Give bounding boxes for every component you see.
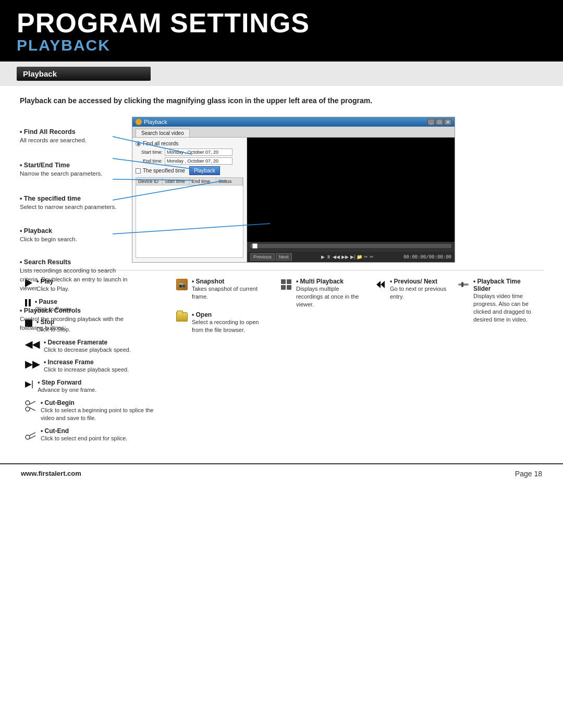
pw-start-row: Start time: Monday , October 07, 20 bbox=[136, 149, 243, 156]
pw-video-area bbox=[247, 138, 455, 242]
pw-specified-checkbox[interactable] bbox=[136, 168, 141, 174]
pw-slider-track[interactable] bbox=[250, 244, 451, 248]
page-subtitle: PLAYBACK bbox=[17, 36, 546, 54]
step-title: • Step Forward bbox=[38, 379, 96, 386]
pw-table-body bbox=[136, 185, 243, 258]
pw-next-btn[interactable]: Next bbox=[276, 253, 292, 261]
ann-playback-desc: Click to begin search. bbox=[20, 236, 77, 242]
prevnext-info: • Previous/ Next Go to next or previous … bbox=[390, 278, 447, 301]
ann-start-end-desc: Narrow the search parameters. bbox=[20, 170, 103, 177]
pw-window-controls[interactable]: _ □ ✕ bbox=[427, 119, 451, 125]
ann-find-all: • Find All Records All records are searc… bbox=[20, 127, 132, 144]
cutend-svg bbox=[25, 428, 36, 440]
pw-find-all-radio[interactable] bbox=[136, 141, 141, 146]
timeslider-title: • Playback Time Slider bbox=[473, 278, 538, 292]
pw-cut-begin-icon[interactable]: ✂ bbox=[364, 254, 368, 260]
pw-slider-thumb[interactable] bbox=[252, 243, 258, 249]
pw-rr-icon[interactable]: ◀◀ bbox=[333, 254, 340, 260]
cutbegin-desc: Click to select a beginning point to spl… bbox=[41, 406, 166, 422]
pw-playback-button[interactable]: Playback bbox=[189, 166, 220, 175]
pw-step-icon[interactable]: ▶| bbox=[350, 254, 355, 260]
svg-point-7 bbox=[26, 401, 30, 405]
multi-info: • Multi Playback Displays multiple recor… bbox=[296, 278, 364, 309]
cutbegin-icon bbox=[25, 400, 36, 413]
snapshot-icon: 📷 bbox=[176, 279, 188, 290]
pw-left-panel: Find all records Start time: Monday , Oc… bbox=[132, 138, 247, 262]
svg-rect-16 bbox=[281, 285, 286, 290]
annotated-screenshot: • Find All Records All records are searc… bbox=[20, 117, 543, 263]
prevnext-title: • Previous/ Next bbox=[390, 278, 447, 285]
decrease-info: • Decrease Framerate Click to decrease p… bbox=[44, 339, 131, 354]
pw-pause-icon[interactable]: ⏸ bbox=[326, 254, 331, 260]
pw-th-status: Status bbox=[216, 178, 243, 185]
svg-line-10 bbox=[29, 408, 35, 411]
rr-symbol: ◀◀ bbox=[25, 339, 40, 350]
ann-controls-title: • Playback Controls bbox=[20, 307, 81, 314]
timeslider-info: • Playback Time Slider Displays video ti… bbox=[473, 278, 538, 323]
section-bar: Playback bbox=[0, 61, 563, 86]
pw-minimize-btn[interactable]: _ bbox=[427, 119, 435, 125]
prevnext-icon bbox=[374, 279, 386, 292]
pw-window-title: Playback bbox=[144, 119, 167, 125]
page-title: PROGRAM SETTINGS bbox=[17, 9, 546, 36]
svg-rect-14 bbox=[281, 279, 286, 284]
cutbegin-info: • Cut-Begin Click to select a beginning … bbox=[41, 399, 166, 422]
pw-start-val[interactable]: Monday , October 07, 20 bbox=[165, 149, 232, 156]
multi-title: • Multi Playback bbox=[296, 278, 364, 285]
pw-maximize-btn[interactable]: □ bbox=[436, 119, 443, 125]
pw-prev-btn[interactable]: Previous bbox=[250, 253, 275, 261]
pw-play-icon[interactable]: ▶ bbox=[321, 254, 325, 260]
ann-playback-btn: • Playback Click to begin search. bbox=[20, 226, 132, 243]
pw-body: Find all records Start time: Monday , Oc… bbox=[132, 138, 455, 262]
pw-time-display: 00:00:00/00:00:00 bbox=[403, 254, 451, 260]
ctrl-step: ▶| • Step Forward Advance by one frame. bbox=[25, 379, 166, 394]
increase-title: • Increase Frame bbox=[44, 359, 129, 366]
pw-tab-bar: Search local video bbox=[132, 127, 455, 138]
svg-point-11 bbox=[26, 435, 30, 439]
decrease-title: • Decrease Framerate bbox=[44, 339, 131, 346]
pw-slider-area[interactable] bbox=[247, 242, 455, 252]
pw-ff-icon[interactable]: ▶▶ bbox=[341, 254, 349, 260]
pw-right-panel: Previous Next ▶ ⏸ ◀◀ ▶▶ ▶| 📁 bbox=[247, 138, 455, 262]
pw-folder-icon[interactable]: 📁 bbox=[357, 254, 362, 260]
ann-start-end-title: • Start/End Time bbox=[20, 162, 70, 169]
section-label: Playback bbox=[17, 67, 151, 81]
ctrl-decrease: ◀◀ • Decrease Framerate Click to decreas… bbox=[25, 339, 166, 354]
svg-rect-17 bbox=[287, 285, 291, 290]
pw-cut-end-icon[interactable]: ✂ bbox=[370, 254, 374, 260]
step-icon: ▶| bbox=[25, 380, 33, 388]
footer: www.firstalert.com Page 18 bbox=[0, 463, 563, 483]
ann-specified-title: • The specified time bbox=[20, 195, 81, 202]
snapshot-desc: Takes snapshot of current frame. bbox=[192, 285, 270, 301]
open-icon bbox=[176, 312, 188, 322]
main-content: Playback can be accessed by clicking the… bbox=[0, 86, 563, 448]
open-folder-shape bbox=[176, 312, 188, 322]
left-annotations: • Find All Records All records are searc… bbox=[20, 127, 132, 332]
pw-find-all-row: Find all records bbox=[136, 141, 243, 146]
ctrl-increase: ▶▶ • Increase Frame Click to increase pl… bbox=[25, 359, 166, 374]
pw-end-row: End time: Monday , October 07, 20 bbox=[136, 157, 243, 165]
screenshot-area: Playback _ □ ✕ Search local video bbox=[132, 117, 543, 263]
pw-nav-controls: Previous Next bbox=[250, 253, 292, 261]
decrease-desc: Click to decrease playback speed. bbox=[44, 346, 131, 354]
ff-symbol: ▶▶ bbox=[25, 359, 40, 369]
multi-desc: Displays multiple recordings at once in … bbox=[296, 285, 364, 309]
prevnext-desc: Go to next or previous entry. bbox=[390, 285, 447, 301]
svg-rect-21 bbox=[461, 282, 463, 287]
ann-controls-desc: Control the recording playback with the … bbox=[20, 316, 124, 331]
pw-end-val[interactable]: Monday , October 07, 20 bbox=[165, 157, 232, 165]
pw-th-end: End time bbox=[190, 178, 216, 185]
pw-search-tab[interactable]: Search local video bbox=[136, 129, 190, 137]
pw-close-btn[interactable]: ✕ bbox=[444, 119, 451, 125]
timeslider-icon bbox=[458, 279, 469, 292]
svg-line-12 bbox=[29, 433, 35, 436]
increase-icon: ▶▶ bbox=[25, 360, 40, 369]
svg-rect-15 bbox=[287, 279, 291, 284]
pw-playback-icons: ▶ ⏸ ◀◀ ▶▶ ▶| 📁 ✂ ✂ bbox=[321, 254, 374, 260]
pw-start-label: Start time: bbox=[136, 150, 163, 155]
ctrl-snapshot: 📷 • Snapshot Takes snapshot of current f… bbox=[176, 278, 270, 301]
pw-table-header: Device ID Start time End time Status bbox=[136, 177, 243, 185]
svg-point-8 bbox=[26, 407, 30, 411]
svg-line-9 bbox=[29, 401, 35, 404]
step-info: • Step Forward Advance by one frame. bbox=[38, 379, 96, 394]
